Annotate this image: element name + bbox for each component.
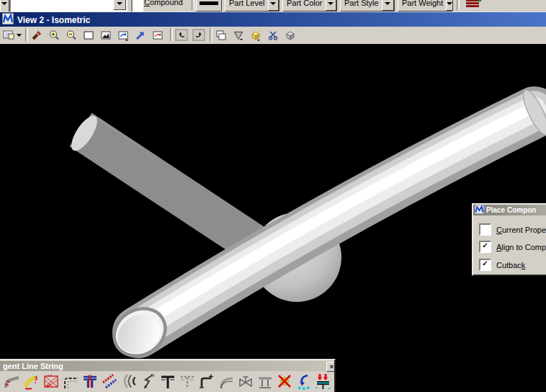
update-view-icon[interactable] (29, 27, 45, 43)
part-color-label: Part Color (283, 0, 326, 11)
view-2-viewport[interactable] (0, 44, 546, 392)
part-style-dropdown[interactable]: Part Style (340, 0, 395, 12)
render-mode-icon[interactable] (231, 27, 246, 43)
view-window-titlebar[interactable]: View 2 - Isometric (0, 12, 546, 27)
window-area-icon[interactable] (81, 27, 97, 43)
view-previous-icon[interactable] (150, 27, 166, 43)
tangent-line-string-toolbox: gent Line String × (0, 359, 336, 392)
toolbar-separator (457, 0, 460, 10)
line-weight-swatch (200, 1, 218, 5)
zoom-in-icon[interactable] (46, 27, 62, 43)
red-hatch-grid-icon[interactable] (41, 373, 61, 391)
dropdown-arrow-icon[interactable] (446, 0, 453, 11)
application-window: Compound Part Level Part Color Part Styl… (0, 0, 546, 392)
dialog-title: Place Compon (486, 206, 536, 214)
zoom-out-icon[interactable] (63, 27, 79, 43)
view-attributes-button[interactable] (1, 27, 23, 43)
valve-icon[interactable] (236, 373, 255, 391)
pipe-support-icon[interactable] (255, 373, 274, 391)
dropdown-arrow-icon (1, 2, 7, 5)
current-properties-label: Current Propert (496, 226, 546, 234)
part-style-label: Part Style (341, 0, 382, 11)
place-component-dialog: Place Compon Current Propert Align to Co… (472, 203, 546, 276)
copy-view-icon[interactable] (213, 27, 229, 43)
toolbar-separator (210, 28, 212, 41)
compound-label: Compound (144, 0, 183, 12)
blue-tee-icon[interactable] (80, 373, 99, 391)
redo-view-icon[interactable] (191, 27, 207, 43)
level-manager-icon[interactable] (465, 0, 484, 12)
main-toolbar: Compound Part Level Part Color Part Styl… (0, 0, 546, 12)
part-level-dropdown[interactable]: Part Level (225, 0, 279, 12)
pipe-model-rendering (0, 44, 546, 392)
dropdown-arrow-icon[interactable] (268, 0, 279, 11)
close-icon[interactable]: × (326, 362, 336, 372)
undo-view-icon[interactable] (174, 27, 189, 43)
current-properties-row: Current Propert (479, 223, 546, 236)
fit-view-icon[interactable] (98, 27, 114, 43)
pan-view-icon[interactable] (133, 27, 148, 43)
microstation-icon (2, 13, 14, 27)
concentric-arcs-icon[interactable] (119, 373, 138, 391)
part-color-dropdown[interactable]: Part Color (282, 0, 337, 12)
clip-mask-icon[interactable] (282, 27, 298, 43)
toolbox-titlebar[interactable]: gent Line String × (0, 361, 336, 371)
yellow-elbow-help-icon[interactable] (22, 373, 41, 391)
clip-volume-icon[interactable] (265, 27, 281, 43)
tee-dotted-icon[interactable] (177, 373, 197, 391)
toolbar-separator (170, 28, 173, 41)
delete-component-icon[interactable] (274, 373, 294, 391)
dashed-elbow-icon[interactable] (61, 373, 80, 391)
tee-branch-icon[interactable] (158, 373, 177, 391)
toolbox-title: gent Line String (3, 362, 63, 370)
align-to-component-row: Align to Compo (479, 241, 546, 253)
part-selector-combobox[interactable] (9, 0, 127, 12)
part-level-label: Part Level (225, 0, 268, 11)
dropdown-arrow-icon[interactable] (382, 0, 394, 11)
toolbar-mini-button[interactable] (0, 0, 9, 12)
crossing-pipes-icon[interactable] (99, 373, 119, 391)
line-weight-swatch-button[interactable] (196, 0, 222, 12)
combo-dropdown-button[interactable] (113, 0, 126, 10)
rotate-component-icon[interactable] (294, 373, 313, 391)
drop-component-icon[interactable] (313, 373, 333, 391)
compound-checkbox[interactable] (131, 0, 143, 12)
gray-elbow-icon[interactable] (2, 373, 22, 391)
view-toolbar (0, 27, 546, 44)
toolbar-separator (25, 28, 28, 41)
cutback-label: Cutback (496, 261, 525, 270)
align-to-component-label: Align to Compo (496, 243, 546, 251)
bent-arrow-icon[interactable] (138, 373, 158, 391)
branch-pipe (67, 112, 261, 249)
dropdown-arrow-icon[interactable] (326, 0, 336, 11)
cutback-row: Cutback (479, 259, 525, 271)
align-to-component-checkbox[interactable] (479, 241, 491, 253)
toolbar-separator (192, 0, 194, 10)
microstation-icon (475, 205, 484, 215)
dropdown-arrow-icon (117, 2, 122, 5)
curved-elbow-icon[interactable] (216, 373, 236, 391)
current-properties-checkbox[interactable] (479, 223, 491, 236)
part-weight-dropdown[interactable]: Part Weight (398, 0, 452, 12)
display-style-icon[interactable] (248, 27, 264, 43)
dialog-titlebar[interactable]: Place Compon (473, 205, 546, 215)
cutback-checkbox[interactable] (479, 259, 491, 271)
elbow-plus-icon[interactable] (197, 373, 216, 391)
view-window-title: View 2 - Isometric (17, 15, 90, 25)
piping-tool-row (2, 373, 333, 391)
rotate-view-icon[interactable] (115, 27, 131, 43)
part-weight-label: Part Weight (398, 0, 446, 11)
